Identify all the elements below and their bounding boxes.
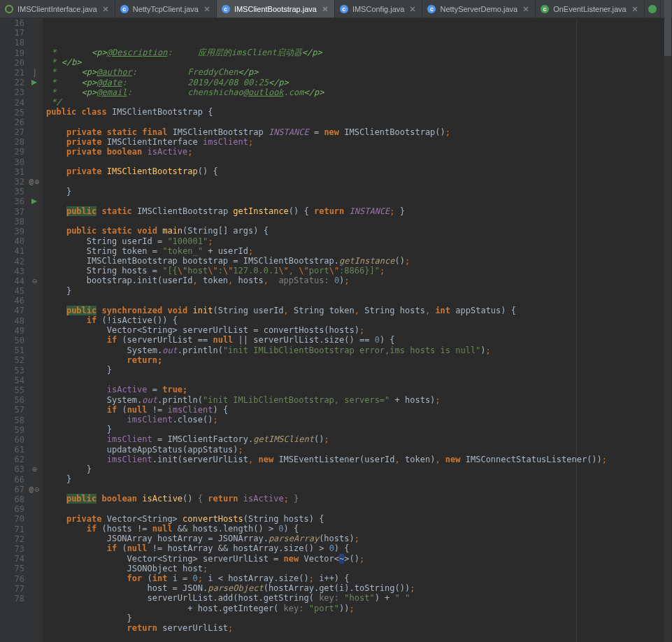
code-line[interactable] (43, 504, 672, 514)
code-line[interactable] (43, 117, 672, 127)
line-number[interactable]: 63⊕ (0, 464, 43, 474)
line-number[interactable]: 73 (0, 544, 43, 554)
code-line[interactable]: if (hosts != null && hosts.length() > 0)… (43, 524, 672, 534)
code-line[interactable]: if (serverUrlList == null || serverUrlLi… (43, 335, 672, 345)
code-line[interactable]: public static IMSClientBootstrap getInst… (43, 206, 672, 216)
line-number[interactable]: 71 (0, 525, 43, 534)
line-number[interactable]: 44⊖ (0, 276, 43, 286)
line-number[interactable]: 66 (0, 475, 43, 485)
line-number[interactable]: 52 (0, 355, 43, 365)
code-line[interactable]: } (43, 464, 672, 474)
code-line[interactable] (43, 176, 672, 186)
tab-nettyserverdemo[interactable]: cNettyServerDemo.java (422, 0, 536, 17)
code-line[interactable]: updateAppStatus(appStatus); (43, 445, 672, 455)
line-number[interactable]: 70 (0, 514, 43, 524)
line-number[interactable]: 31 (0, 167, 43, 177)
line-number[interactable]: 68 (0, 494, 43, 504)
line-number[interactable]: 38 (0, 217, 43, 227)
code-line[interactable]: if (!isActive()) { (43, 315, 672, 325)
code-line[interactable]: } (43, 474, 672, 484)
tab-imsclientinterface[interactable]: IMSClientInterface.java (0, 0, 115, 17)
close-icon[interactable] (631, 6, 638, 13)
line-number[interactable]: 22 (0, 78, 43, 87)
gutter-mark[interactable]: ⌋ (30, 69, 38, 77)
line-number[interactable]: 24 (0, 98, 43, 108)
tab-oneventlistener[interactable]: cOnEventListener.java (536, 0, 645, 17)
code-line[interactable]: String userId = "100001"; (43, 236, 672, 246)
code-line[interactable]: public synchronized void init(String use… (43, 306, 672, 315)
line-number[interactable]: 43 (0, 266, 43, 276)
code-line[interactable]: public class IMSClientBootstrap { (43, 107, 672, 117)
code-line[interactable] (43, 296, 672, 306)
line-number[interactable]: 39 (0, 227, 43, 236)
line-number[interactable]: 69 (0, 504, 43, 514)
line-number[interactable]: 72 (0, 534, 43, 544)
line-number[interactable]: 27 (0, 127, 43, 137)
line-number[interactable]: 51 (0, 345, 43, 355)
code-line[interactable]: imsClient.close(); (43, 415, 672, 425)
code-line[interactable]: return serverUrlList; (43, 623, 672, 633)
line-number[interactable]: 17 (0, 28, 43, 38)
gutter-mark[interactable]: @⊕ (30, 178, 38, 186)
line-number[interactable]: 53 (0, 366, 43, 376)
line-number[interactable]: 48 (0, 316, 43, 326)
line-number[interactable]: 16 (0, 18, 43, 28)
code-line[interactable]: */ (43, 97, 672, 107)
line-number[interactable]: 74 (0, 554, 43, 564)
code-line[interactable]: } (43, 613, 672, 623)
line-number[interactable]: 50 (0, 336, 43, 345)
gutter-mark[interactable] (30, 78, 38, 87)
code-line[interactable]: Vector<String> serverUrlList = new Vecto… (43, 554, 672, 564)
line-number[interactable]: 59 (0, 425, 43, 435)
line-number[interactable]: 45 (0, 286, 43, 296)
code-line[interactable]: + host.getInteger( key: "port")); (43, 604, 672, 613)
gutter-mark[interactable]: ⊕ (30, 465, 38, 473)
line-number[interactable]: 58 (0, 415, 43, 425)
code-line[interactable] (43, 484, 672, 494)
code-line[interactable]: return; (43, 355, 672, 365)
close-icon[interactable] (322, 6, 329, 13)
scrollbar[interactable] (664, 0, 671, 642)
line-number[interactable]: 40 (0, 236, 43, 246)
code-line[interactable]: private static final IMSClientBootstrap … (43, 127, 672, 137)
gutter-mark[interactable]: ⊖ (30, 277, 38, 285)
code-line[interactable] (43, 375, 672, 385)
code-line[interactable]: public boolean isActive() { return isAct… (43, 494, 672, 504)
code-line[interactable]: * </b> (43, 57, 672, 67)
tab-more[interactable] (645, 0, 661, 17)
close-icon[interactable] (522, 6, 529, 13)
code-line[interactable] (43, 157, 672, 166)
line-number[interactable]: 19 (0, 48, 43, 58)
line-number[interactable]: 18 (0, 38, 43, 48)
line-number[interactable]: 28 (0, 137, 43, 147)
line-number[interactable]: 76 (0, 574, 43, 584)
code-line[interactable]: } (43, 365, 672, 375)
line-number[interactable]: 35 (0, 187, 43, 197)
tab-imsclientbootstrap[interactable]: cIMSClientBootstrap.java (217, 0, 335, 17)
code-line[interactable]: private IMSClientInterface imsClient; (43, 137, 672, 147)
line-number[interactable]: 47 (0, 306, 43, 315)
line-number[interactable]: 42 (0, 257, 43, 266)
line-number[interactable]: 30 (0, 157, 43, 167)
code-line[interactable]: private boolean isActive; (43, 147, 672, 157)
line-number[interactable]: 41 (0, 246, 43, 256)
line-number[interactable]: 23 (0, 87, 43, 97)
gutter-mark[interactable] (30, 197, 38, 206)
line-number[interactable]: 37 (0, 207, 43, 217)
line-number[interactable]: 61 (0, 445, 43, 455)
code-line[interactable]: public static void main(String[] args) { (43, 226, 672, 236)
gutter-mark[interactable]: @⊖ (30, 485, 38, 494)
scrollbar-thumb[interactable] (664, 0, 671, 56)
code-line[interactable]: if (null != imsClient) { (43, 405, 672, 415)
code-line[interactable]: * <p>@date: 2019/04/08 00:25</p> (43, 78, 672, 87)
line-number[interactable]: 55 (0, 385, 43, 395)
close-icon[interactable] (409, 6, 416, 13)
line-number[interactable]: 57 (0, 405, 43, 415)
code-area[interactable]: * <p>@Description: 应用层的imsClient启动器</p> … (43, 18, 672, 642)
line-number[interactable]: 60 (0, 435, 43, 445)
line-number[interactable]: 36 (0, 197, 43, 206)
code-line[interactable]: IMSClientBootstrap bootstrap = IMSClient… (43, 256, 672, 266)
line-number[interactable]: 21⌋ (0, 68, 43, 78)
line-number[interactable]: 26 (0, 117, 43, 127)
code-line[interactable]: String token = "token_" + userId; (43, 246, 672, 256)
